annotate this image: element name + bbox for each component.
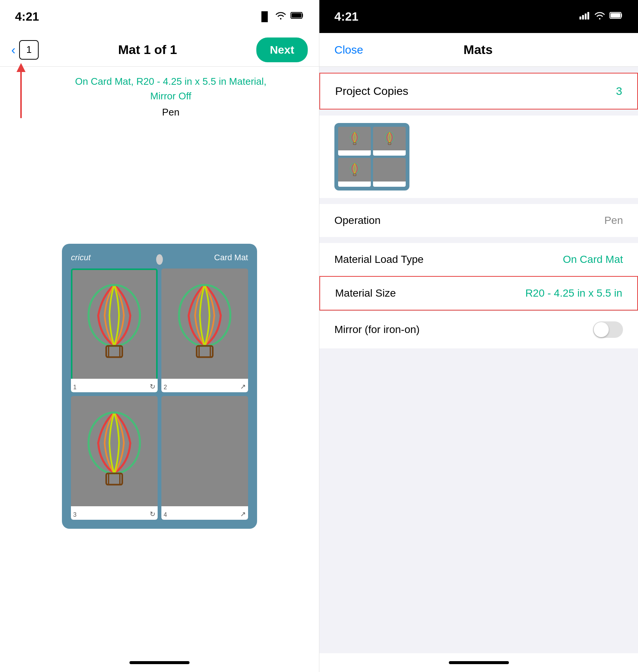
arrow-head-icon — [17, 63, 26, 72]
material-load-label: Material Load Type — [334, 254, 424, 266]
operation-value: Pen — [604, 214, 623, 226]
material-load-value: On Card Mat — [563, 254, 623, 266]
material-load-section: Material Load Type On Card Mat — [319, 243, 638, 276]
mat-cell-1[interactable]: 1 ↻ — [71, 268, 158, 392]
thumb-balloon-3 — [349, 162, 360, 178]
wifi-icon — [275, 11, 286, 22]
left-status-icons: ▐▌ — [258, 11, 304, 22]
mat-cell-2-footer: 2 ↗ — [161, 379, 248, 392]
next-button[interactable]: Next — [256, 38, 308, 62]
right-status-bar: 4:21 — [319, 0, 638, 33]
right-battery-icon — [609, 11, 623, 22]
right-home-indicator — [319, 653, 638, 672]
toggle-knob — [594, 322, 609, 337]
annotation-line1: On Card Mat, R20 - 4.25 in x 5.5 in Mate… — [34, 74, 308, 89]
mat-thumbnail-area — [319, 116, 638, 198]
right-status-icons — [579, 11, 623, 22]
mat-brand-label: cricut — [71, 253, 91, 262]
right-status-time: 4:21 — [334, 10, 358, 24]
mat-cell-3-footer: 3 ↻ — [71, 506, 158, 520]
svg-rect-33 — [353, 174, 356, 176]
project-copies-label: Project Copies — [335, 85, 408, 98]
operation-section: Operation Pen — [319, 204, 638, 237]
mat-cell-1-footer: 1 ↻ — [71, 379, 158, 392]
material-size-label: Material Size — [335, 287, 396, 299]
mat-title: Mat 1 of 1 — [118, 42, 177, 57]
annotation-line3: Pen — [34, 106, 308, 118]
svg-rect-20 — [582, 15, 584, 20]
svg-rect-24 — [611, 13, 620, 18]
mat-preview-area: cricut Card Mat — [0, 134, 319, 653]
mat-cell-3[interactable]: 3 ↻ — [71, 396, 158, 520]
balloon-svg-3 — [80, 407, 149, 495]
left-status-bar: 4:21 ▐▌ — [0, 0, 319, 33]
mat-card-label: Card Mat — [214, 253, 248, 262]
mat-card: cricut Card Mat — [62, 244, 257, 529]
signal-icon: ▐▌ — [258, 11, 271, 22]
thumb-cell-2 — [373, 127, 406, 156]
home-bar — [129, 661, 190, 664]
project-copies-row[interactable]: Project Copies 3 — [319, 73, 638, 110]
material-size-value: R20 - 4.25 in x 5.5 in — [525, 287, 622, 299]
mirror-section: Mirror (for iron-on) — [319, 310, 638, 348]
mat-oval — [156, 254, 163, 265]
right-wifi-icon — [594, 11, 605, 22]
mat-card-header: cricut Card Mat — [71, 253, 248, 262]
mirror-row[interactable]: Mirror (for iron-on) — [319, 311, 638, 348]
mat-cell-4[interactable]: 4 ↗ — [161, 396, 248, 520]
left-home-indicator — [0, 653, 319, 672]
thumb-cell-1-footer — [338, 150, 371, 156]
svg-rect-1 — [292, 13, 301, 18]
svg-rect-21 — [585, 14, 587, 20]
right-content: Project Copies 3 — [319, 67, 638, 653]
mat-cell-2[interactable]: 2 ↗ — [161, 268, 248, 392]
thumb-cell-4-footer — [373, 182, 406, 187]
project-copies-value: 3 — [616, 85, 622, 98]
material-size-section: Material Size R20 - 4.25 in x 5.5 in — [319, 276, 638, 310]
mat-cell-3-inner — [71, 396, 158, 506]
left-phone: 4:21 ▐▌ ‹ 1 — [0, 0, 319, 672]
back-button[interactable]: ‹ 1 — [11, 40, 39, 60]
thumb-cell-3 — [338, 158, 371, 187]
thumb-cell-3-footer — [338, 182, 371, 187]
back-chevron-icon: ‹ — [11, 42, 15, 57]
battery-icon — [290, 11, 304, 22]
thumb-cell-3-inner — [338, 158, 371, 182]
thumb-cell-4-inner — [373, 158, 406, 182]
right-nav: Close Mats — [319, 33, 638, 67]
balloon-svg-2 — [170, 279, 239, 368]
thumb-balloon-1 — [349, 131, 360, 147]
mat-cell-2-inner — [161, 268, 248, 379]
annotation-area: On Card Mat, R20 - 4.25 in x 5.5 in Mate… — [0, 67, 319, 134]
mat-cell-1-inner — [71, 268, 158, 379]
close-button[interactable]: Close — [334, 44, 363, 56]
thumb-cell-1-inner — [338, 127, 371, 150]
annotation-arrow — [17, 63, 26, 118]
mat-grid: 1 ↻ — [71, 268, 248, 520]
operation-row[interactable]: Operation Pen — [319, 204, 638, 237]
thumb-cell-1 — [338, 127, 371, 156]
balloon-svg-1 — [80, 279, 149, 368]
mirror-label: Mirror (for iron-on) — [334, 324, 420, 336]
left-status-time: 4:21 — [15, 10, 39, 24]
svg-rect-19 — [579, 16, 581, 20]
thumb-cell-4 — [373, 158, 406, 187]
right-bottom-area — [319, 348, 638, 423]
mat-number-badge: 1 — [19, 40, 39, 60]
thumb-cell-2-footer — [373, 150, 406, 156]
mats-title: Mats — [463, 42, 492, 57]
mirror-toggle[interactable] — [593, 321, 623, 338]
mat-cell-4-inner — [161, 396, 248, 506]
right-signal-icon — [579, 11, 590, 22]
thumb-cell-2-inner — [373, 127, 406, 150]
svg-rect-27 — [353, 142, 356, 144]
mat-cell-4-footer: 4 ↗ — [161, 506, 248, 520]
material-load-row[interactable]: Material Load Type On Card Mat — [319, 243, 638, 276]
annotation-line2: Mirror Off — [34, 89, 308, 104]
arrow-line — [20, 72, 22, 118]
svg-rect-22 — [587, 12, 589, 20]
left-header: ‹ 1 Mat 1 of 1 Next — [0, 33, 319, 67]
material-size-row[interactable]: Material Size R20 - 4.25 in x 5.5 in — [320, 277, 637, 310]
svg-rect-30 — [388, 142, 391, 144]
operation-label: Operation — [334, 214, 381, 226]
